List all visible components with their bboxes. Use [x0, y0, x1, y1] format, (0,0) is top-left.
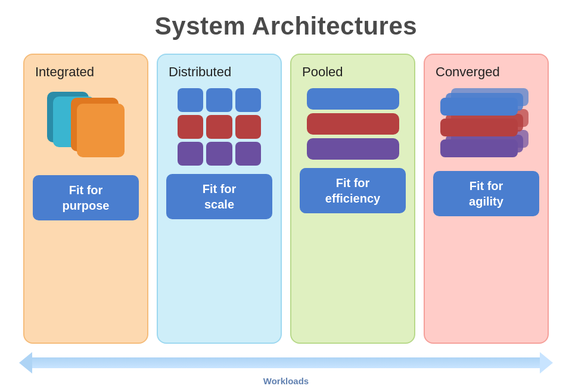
columns-container: Integrated Fit forpurpose Distributed Fi…	[18, 54, 554, 344]
dist-cell	[178, 142, 203, 166]
conv-bar	[440, 139, 518, 157]
converged-illustration	[440, 88, 533, 163]
dist-cell	[206, 115, 232, 139]
column-distributed: Distributed Fit forscale	[157, 54, 282, 344]
fit-label-pooled: Fit forefficiency	[300, 168, 406, 213]
column-converged-header: Converged	[433, 64, 500, 80]
column-integrated-header: Integrated	[33, 64, 94, 80]
page-title: System Architectures	[155, 12, 417, 41]
dist-cell	[235, 142, 261, 166]
integrated-illustration	[47, 92, 125, 163]
conv-bar	[440, 119, 518, 136]
arrow-row: Workloads	[18, 352, 554, 386]
column-converged: Converged Fit foragility	[424, 54, 549, 344]
arrow-shaft	[30, 357, 542, 368]
fit-label-converged: Fit foragility	[433, 171, 539, 216]
dist-cell	[235, 115, 261, 139]
dist-cell	[178, 115, 203, 139]
pool-bar-red	[307, 113, 399, 135]
int-orange-front	[77, 104, 125, 157]
column-integrated: Integrated Fit forpurpose	[23, 54, 148, 344]
column-pooled: Pooled Fit forefficiency	[290, 54, 415, 344]
column-distributed-header: Distributed	[166, 64, 231, 80]
column-pooled-header: Pooled	[300, 64, 343, 80]
dist-cell	[235, 88, 261, 112]
fit-label-integrated: Fit forpurpose	[33, 175, 139, 220]
conv-stack-3	[440, 98, 518, 157]
dist-cell	[206, 88, 232, 112]
conv-bar	[440, 98, 518, 116]
distributed-illustration	[178, 88, 261, 166]
pool-bar-blue	[307, 88, 399, 110]
fit-label-distributed: Fit forscale	[166, 174, 272, 219]
dist-cell	[178, 88, 203, 112]
pooled-illustration	[307, 88, 399, 160]
workloads-label: Workloads	[263, 376, 309, 386]
dist-cell	[206, 142, 232, 166]
pool-bar-purple	[307, 138, 399, 160]
workloads-arrow	[30, 352, 542, 374]
